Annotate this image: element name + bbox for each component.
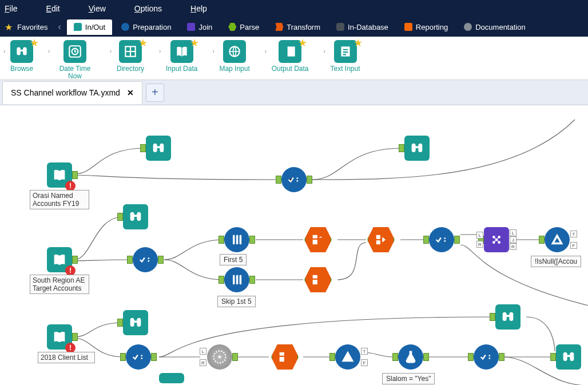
- menu-options[interactable]: Options: [134, 4, 162, 13]
- category-preparation[interactable]: Preparation: [114, 19, 178, 35]
- category-documentation[interactable]: Documentation: [457, 19, 532, 35]
- output-icon: ★: [279, 40, 301, 63]
- annotation-isnull: !IsNull([Accou: [531, 256, 581, 267]
- node-input-south[interactable]: ! South Region AE Target Accounts: [47, 247, 72, 272]
- tab-title: SS Channel workflow TA.yxmd: [11, 88, 120, 97]
- node-caption: Orasi Named Accounts FY19: [30, 190, 89, 209]
- globe-icon: [223, 40, 246, 63]
- node-select-4[interactable]: [126, 344, 151, 370]
- node-filter-2[interactable]: T F: [335, 344, 360, 370]
- node-filter-isnull[interactable]: T F: [545, 227, 570, 252]
- node-select-3[interactable]: [429, 227, 454, 252]
- svg-rect-10: [233, 235, 235, 244]
- category-ribbon: ★ Favorites ‹ In/Out Preparation Join Pa…: [0, 17, 588, 37]
- flask-icon: [398, 344, 423, 370]
- page-icon: [404, 23, 412, 31]
- category-reporting[interactable]: Reporting: [398, 19, 455, 35]
- tool-input-data[interactable]: › ★ Input Data: [166, 40, 197, 73]
- star-icon: ★: [30, 37, 39, 49]
- node-formula[interactable]: [398, 344, 423, 370]
- node-browse-1[interactable]: [146, 136, 171, 161]
- node-saw[interactable]: L R: [207, 344, 232, 370]
- node-input-orasi[interactable]: ! Orasi Named Accounts FY19: [47, 162, 72, 188]
- menu-help[interactable]: Help: [190, 4, 207, 13]
- circle-icon: [121, 23, 129, 31]
- transpose-icon: [272, 344, 297, 370]
- node-sample-first5[interactable]: [224, 227, 249, 252]
- tool-text-input[interactable]: › ★ Text Input: [331, 40, 360, 73]
- node-select-5[interactable]: [474, 344, 499, 370]
- annotation-skip5: Skip 1st 5: [217, 296, 256, 307]
- tool-browse[interactable]: › ★ Browse: [10, 40, 33, 73]
- menu-edit[interactable]: Edit: [46, 4, 60, 13]
- node-partial[interactable]: [159, 373, 184, 383]
- svg-rect-13: [233, 275, 235, 284]
- svg-point-29: [141, 355, 142, 356]
- svg-point-36: [488, 358, 490, 359]
- book-icon: ★: [170, 40, 193, 63]
- ribbon-prev-icon[interactable]: ‹: [54, 22, 64, 32]
- svg-rect-17: [313, 240, 317, 244]
- svg-point-9: [148, 260, 149, 262]
- workbook-tab[interactable]: SS Channel workflow TA.yxmd ✕: [2, 81, 142, 104]
- transpose-icon: [305, 267, 331, 292]
- binoculars-icon: ★: [10, 40, 33, 63]
- hex-icon: [228, 23, 236, 31]
- node-select-2[interactable]: [133, 247, 158, 272]
- node-browse-5[interactable]: [495, 304, 521, 330]
- svg-point-32: [218, 356, 221, 359]
- svg-rect-34: [280, 357, 284, 362]
- select-icon: [126, 344, 151, 370]
- node-transpose-1[interactable]: [305, 227, 331, 252]
- filter-icon: T F: [545, 227, 570, 252]
- node-transpose-3[interactable]: [368, 227, 394, 252]
- node-browse-6[interactable]: [556, 344, 581, 370]
- binoculars-icon: [123, 204, 148, 229]
- node-transpose-2[interactable]: [305, 267, 331, 292]
- svg-rect-18: [313, 275, 317, 279]
- node-join[interactable]: L J R L R: [484, 227, 509, 252]
- binoculars-icon: [495, 304, 521, 330]
- category-parse[interactable]: Parse: [221, 19, 266, 35]
- svg-rect-12: [240, 235, 242, 244]
- tool-datetime-now[interactable]: › Date Time Now: [55, 40, 95, 80]
- annotation-slalom: Slalom = "Yes": [382, 373, 435, 384]
- node-browse-3[interactable]: [123, 204, 148, 229]
- category-transform[interactable]: Transform: [268, 19, 327, 35]
- node-browse-4[interactable]: [123, 310, 148, 335]
- summarize-icon: [368, 227, 394, 252]
- filter-icon: T F: [335, 344, 360, 370]
- node-select-1[interactable]: [281, 167, 307, 192]
- svg-point-8: [148, 257, 149, 259]
- tool-map-input[interactable]: › Map Input: [219, 40, 249, 73]
- annotation-first5: First 5: [220, 254, 247, 265]
- new-tab-button[interactable]: +: [146, 84, 164, 102]
- favorites-label[interactable]: Favorites: [17, 23, 47, 31]
- category-in-out[interactable]: In/Out: [67, 19, 112, 35]
- workbook-tabbar: SS Channel workflow TA.yxmd ✕ +: [0, 80, 588, 105]
- node-browse-2[interactable]: [404, 136, 430, 161]
- transpose-icon: [305, 227, 331, 252]
- tool-output-data[interactable]: › ★ Output Data: [272, 40, 309, 73]
- svg-rect-15: [240, 275, 242, 284]
- tool-directory[interactable]: › ★ Directory: [117, 40, 144, 73]
- workflow-canvas[interactable]: ! Orasi Named Accounts FY19 ! South Regi…: [0, 105, 588, 385]
- menu-view[interactable]: View: [89, 4, 106, 13]
- binoculars-icon: [556, 344, 581, 370]
- join-icon: L J R L R: [484, 227, 509, 252]
- category-in-database[interactable]: In-Database: [329, 19, 395, 35]
- svg-point-22: [444, 237, 446, 239]
- node-sample-skip5[interactable]: [224, 267, 249, 292]
- menu-file[interactable]: File: [5, 4, 18, 13]
- category-join[interactable]: Join: [180, 19, 219, 35]
- clock-icon: [63, 40, 86, 63]
- select-icon: [281, 167, 307, 192]
- test-tubes-icon: [224, 227, 249, 252]
- node-transpose-4[interactable]: [272, 344, 297, 370]
- svg-point-7: [296, 180, 298, 182]
- svg-rect-21: [376, 240, 380, 244]
- svg-point-6: [296, 177, 298, 179]
- svg-rect-11: [236, 235, 239, 244]
- node-input-clients[interactable]: ! 2018 Client List: [47, 324, 72, 350]
- close-icon[interactable]: ✕: [127, 88, 134, 97]
